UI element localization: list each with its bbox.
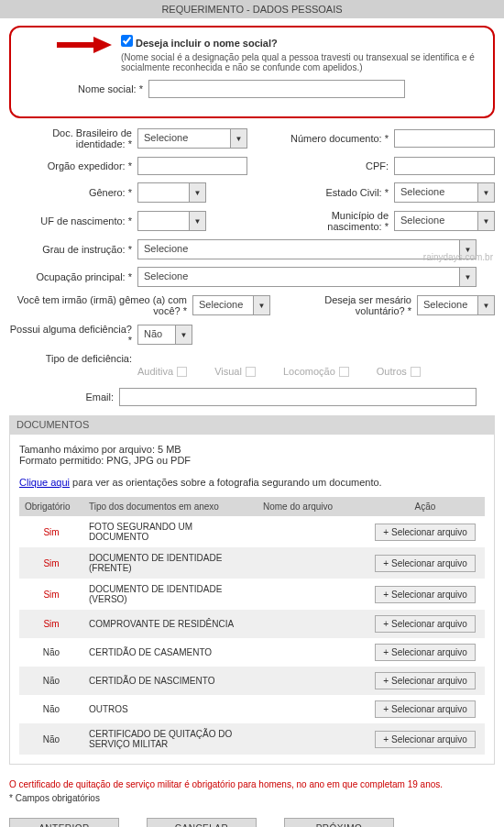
th-tipo: Tipo dos documentos em anexo: [83, 497, 257, 516]
cpf-input[interactable]: [394, 157, 495, 175]
chevron-down-icon: ▼: [477, 296, 494, 314]
municipio-label: Município de nascimento: *: [284, 210, 394, 232]
orientacoes-link[interactable]: Clique aqui: [19, 477, 70, 488]
chevron-down-icon: ▼: [459, 268, 476, 286]
cell-nome: [257, 667, 366, 695]
cell-tipo: CERTIDÃO DE CASAMENTO: [83, 638, 257, 667]
cell-tipo: CERTIDÃO DE NASCIMENTO: [83, 667, 257, 695]
cell-nome: [257, 547, 366, 579]
cell-nome: [257, 723, 366, 755]
selecionar-arquivo-button[interactable]: + Selecionar arquivo: [375, 731, 476, 748]
orgao-input[interactable]: [137, 157, 247, 175]
cell-obrig: Sim: [19, 610, 83, 638]
estado-civil-label: Estado Civil: *: [284, 187, 394, 198]
nome-social-highlight: Deseja incluir o nome social? (Nome soci…: [9, 26, 495, 118]
cell-nome: [257, 516, 366, 547]
plus-icon: +: [383, 676, 389, 686]
estado-civil-select[interactable]: Selecione ▼: [394, 182, 495, 203]
nome-social-label: Nome social: *: [20, 83, 148, 94]
table-row: SimFOTO SEGURANDO UM DOCUMENTO+ Selecion…: [19, 516, 485, 547]
format-text: Formato permitido: PNG, JPG ou PDF: [19, 455, 485, 466]
cell-nome: [257, 638, 366, 667]
campos-obrig-text: * Campos obrigatórios: [0, 791, 504, 812]
cell-obrig: Não: [19, 667, 83, 695]
watermark: rainydays.com.br: [423, 252, 493, 262]
chevron-down-icon: ▼: [175, 325, 192, 344]
deficiencia-select[interactable]: Não ▼: [137, 325, 192, 345]
plus-icon: +: [383, 704, 389, 714]
cell-tipo: OUTROS: [83, 695, 257, 723]
nome-social-input[interactable]: [148, 80, 405, 98]
orgao-label: Orgão expedidor: *: [9, 160, 137, 171]
plus-icon: +: [383, 590, 389, 600]
table-row: SimCOMPROVANTE DE RESIDÊNCIA+ Selecionar…: [19, 610, 485, 638]
th-nome: Nome do arquivo: [257, 497, 366, 516]
plus-icon: +: [383, 558, 389, 568]
grau-label: Grau de instrução: *: [9, 244, 137, 255]
mesario-label: Deseja ser mesário voluntário? *: [307, 294, 417, 316]
selecionar-arquivo-button[interactable]: + Selecionar arquivo: [375, 700, 476, 718]
svg-marker-0: [57, 37, 112, 53]
cell-obrig: Não: [19, 695, 83, 723]
ocupacao-label: Ocupação principal: *: [9, 271, 137, 282]
uf-nasc-label: UF de nascimento: *: [9, 215, 137, 226]
doc-br-select[interactable]: Selecione ▼: [137, 128, 247, 149]
num-doc-input[interactable]: [394, 129, 495, 148]
selecionar-arquivo-button[interactable]: + Selecionar arquivo: [375, 615, 476, 633]
selecionar-arquivo-button[interactable]: + Selecionar arquivo: [375, 555, 476, 572]
selecionar-arquivo-button[interactable]: + Selecionar arquivo: [375, 524, 476, 541]
cell-tipo: DOCUMENTO DE IDENTIDADE (VERSO): [83, 579, 257, 610]
nome-social-description: (Nome social é a designação pela qual a …: [121, 52, 484, 72]
municipio-select[interactable]: Selecione ▼: [394, 211, 495, 231]
selecionar-arquivo-button[interactable]: + Selecionar arquivo: [375, 644, 476, 661]
cell-obrig: Sim: [19, 579, 83, 610]
chevron-down-icon: ▼: [477, 183, 494, 202]
cell-tipo: FOTO SEGURANDO UM DOCUMENTO: [83, 516, 257, 547]
plus-icon: +: [383, 734, 389, 744]
th-obrig: Obrigatório: [19, 497, 83, 516]
irmao-select[interactable]: Selecione ▼: [192, 295, 270, 315]
table-row: SimDOCUMENTO DE IDENTIDADE (FRENTE)+ Sel…: [19, 547, 485, 579]
chevron-down-icon: ▼: [230, 129, 247, 148]
selecionar-arquivo-button[interactable]: + Selecionar arquivo: [375, 586, 476, 603]
tipo-def-label: Tipo de deficiência:: [9, 353, 137, 364]
table-row: NãoCERTIDÃO DE NASCIMENTO+ Selecionar ar…: [19, 667, 485, 695]
table-row: SimDOCUMENTO DE IDENTIDADE (VERSO)+ Sele…: [19, 579, 485, 610]
page-header: REQUERIMENTO - DADOS PESSOAIS: [0, 0, 504, 18]
cell-tipo: CERTIFICADO DE QUITAÇÃO DO SERVIÇO MILIT…: [83, 723, 257, 755]
arrow-icon: [57, 35, 112, 57]
uf-nasc-select[interactable]: ▼: [137, 211, 206, 231]
plus-icon: +: [383, 619, 389, 629]
orientacoes-rest: para ver as orientações sobre a fotograf…: [70, 477, 382, 488]
proximo-button[interactable]: PRÓXIMO: [284, 818, 394, 827]
chevron-down-icon: ▼: [189, 183, 205, 202]
cancelar-button[interactable]: CANCELAR: [147, 818, 257, 827]
cell-tipo: COMPROVANTE DE RESIDÊNCIA: [83, 610, 257, 638]
documentos-table: Obrigatório Tipo dos documentos em anexo…: [19, 497, 485, 755]
selecionar-arquivo-button[interactable]: + Selecionar arquivo: [375, 672, 476, 689]
mesario-select[interactable]: Selecione ▼: [417, 295, 495, 315]
email-label: Email:: [9, 391, 119, 402]
doc-br-label: Doc. Brasileiro de identidade: *: [9, 127, 137, 149]
cell-tipo: DOCUMENTO DE IDENTIDADE (FRENTE): [83, 547, 257, 579]
email-input[interactable]: [119, 388, 477, 406]
military-warning: O certificado de quitação de serviço mil…: [0, 772, 504, 791]
deficiencia-label: Possui alguma deficiência? *: [9, 324, 137, 346]
checkbox-disabled-icon: [339, 367, 349, 377]
chevron-down-icon: ▼: [477, 212, 494, 230]
cell-nome: [257, 579, 366, 610]
cell-obrig: Não: [19, 638, 83, 667]
checkbox-disabled-icon: [411, 367, 421, 377]
cell-obrig: Sim: [19, 516, 83, 547]
checkbox-disabled-icon: [177, 367, 187, 377]
cpf-label: CPF:: [284, 160, 394, 171]
anterior-button[interactable]: ANTERIOR: [9, 818, 119, 827]
genero-select[interactable]: ▼: [137, 182, 206, 203]
checkbox-disabled-icon: [246, 367, 256, 377]
table-row: NãoCERTIFICADO DE QUITAÇÃO DO SERVIÇO MI…: [19, 723, 485, 755]
max-size-text: Tamanho máximo por arquivo: 5 MB: [19, 444, 485, 455]
ocupacao-select[interactable]: Selecione ▼: [137, 267, 477, 287]
chevron-down-icon: ▼: [189, 212, 205, 230]
nome-social-checkbox[interactable]: [121, 35, 133, 47]
genero-label: Gênero: *: [9, 187, 137, 198]
